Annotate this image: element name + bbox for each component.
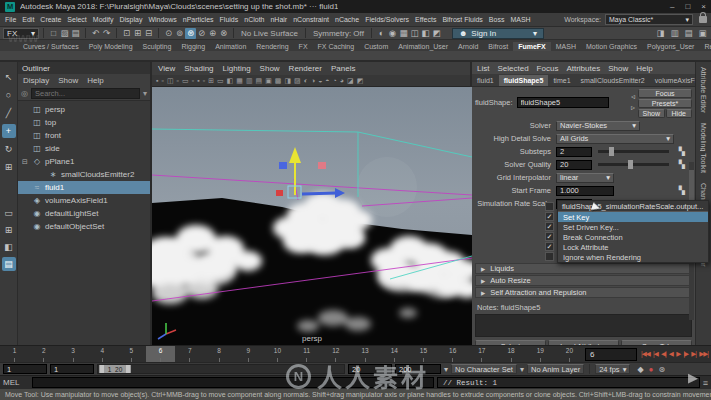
attribute-editor-menu-item[interactable]: Help bbox=[636, 64, 652, 73]
high-detail-solve-dropdown[interactable]: All Grids ▾ bbox=[556, 134, 674, 144]
go-to-start-button[interactable]: |◀◀ bbox=[641, 350, 650, 358]
safe-title-icon[interactable]: ▣ bbox=[265, 77, 272, 85]
make-live-icon[interactable]: ⊗ bbox=[218, 28, 229, 39]
menu-item[interactable]: Boss bbox=[488, 15, 506, 24]
shelf-tab[interactable]: RealFlow bbox=[699, 42, 711, 51]
substeps-slider[interactable] bbox=[598, 150, 669, 153]
snap-to-grids-icon[interactable]: ⊙ bbox=[163, 28, 174, 39]
four-pane-layout-button[interactable]: ⊞ bbox=[2, 223, 16, 237]
shaded-icon[interactable]: ◨ bbox=[284, 77, 291, 85]
sidebar-tab[interactable]: Attribute Editor bbox=[700, 67, 707, 113]
xray-icon[interactable]: ◩ bbox=[357, 77, 364, 85]
context-menu-item[interactable]: Lock Attribute bbox=[558, 242, 708, 252]
frame-cell[interactable]: 1 bbox=[0, 346, 29, 362]
context-menu-item[interactable]: Ignore when Rendering bbox=[558, 252, 708, 262]
show-button[interactable]: Show bbox=[638, 109, 665, 118]
shadows-icon[interactable]: ◑ bbox=[311, 77, 315, 84]
lock-workspace-icon[interactable] bbox=[699, 16, 707, 23]
frame-cell[interactable]: 15 bbox=[409, 346, 438, 362]
outliner-item[interactable]: ◉ defaultObjectSet bbox=[18, 220, 150, 233]
lasso-select-tool[interactable]: ○ bbox=[2, 88, 16, 102]
menu-set-dropdown[interactable]: FX ▾ bbox=[3, 28, 39, 39]
shelf-tab[interactable]: FumeFX bbox=[513, 42, 551, 51]
camera-attributes-icon[interactable]: ◫ bbox=[167, 77, 174, 85]
slider-handle[interactable] bbox=[609, 147, 614, 156]
step-back-frame-button[interactable]: |◀ bbox=[653, 350, 658, 358]
menu-item[interactable]: nParticles bbox=[182, 15, 215, 24]
current-frame-field[interactable]: 6 bbox=[585, 348, 637, 361]
shelf-tab[interactable]: Motion Graphics bbox=[581, 42, 642, 51]
command-language-label[interactable]: MEL bbox=[3, 378, 29, 387]
outliner-item[interactable]: ◫ side bbox=[18, 142, 150, 155]
script-editor-icon[interactable]: ≡ bbox=[703, 378, 708, 388]
move-tool[interactable]: + bbox=[2, 124, 16, 138]
outliner-menu-item[interactable]: Help bbox=[87, 76, 103, 85]
shelf-tab[interactable]: Curves / Surfaces bbox=[18, 42, 84, 51]
range-end-handle[interactable] bbox=[126, 365, 130, 373]
new-scene-icon[interactable]: □ bbox=[48, 28, 59, 39]
hypershade-icon[interactable]: ◫ bbox=[409, 28, 420, 39]
texture-map-icon[interactable]: ▚ bbox=[679, 160, 685, 169]
texture-map-icon[interactable]: ▚ bbox=[679, 186, 685, 195]
fps-dropdown[interactable]: 24 fps ▾ bbox=[595, 364, 630, 374]
select-camera-icon[interactable]: ▪ bbox=[156, 77, 158, 84]
shelf-tab[interactable]: MASH bbox=[551, 42, 581, 51]
outliner-item[interactable]: ◫ persp bbox=[18, 103, 150, 116]
shelf-content[interactable] bbox=[0, 51, 711, 62]
auto-keyframe-icon[interactable]: ● bbox=[649, 365, 654, 374]
save-scene-icon[interactable]: ▤ bbox=[70, 28, 81, 39]
frame-cell[interactable]: 18 bbox=[496, 346, 525, 362]
checkbox[interactable]: ✓ bbox=[545, 212, 554, 221]
viewport-menu-item[interactable]: View bbox=[158, 64, 175, 73]
frame-cell[interactable]: 7 bbox=[175, 346, 204, 362]
frame-cell[interactable]: 19 bbox=[526, 346, 555, 362]
resolution-gate-icon[interactable]: ◧ bbox=[227, 77, 234, 85]
step-back-key-button[interactable]: ◀| bbox=[661, 350, 666, 358]
focus-button[interactable]: Focus bbox=[638, 89, 692, 98]
set-key-icon[interactable]: ◆ bbox=[637, 365, 643, 374]
checkbox[interactable] bbox=[545, 202, 554, 211]
context-menu-item[interactable]: Break Connection bbox=[558, 232, 708, 242]
snap-to-curves-icon[interactable]: ⊚ bbox=[174, 28, 185, 39]
checkbox[interactable] bbox=[545, 252, 554, 261]
node-tab[interactable]: time1 bbox=[548, 75, 575, 86]
motion-blur-icon[interactable]: ◓ bbox=[325, 77, 329, 84]
shelf-tab[interactable]: Bifrost bbox=[483, 42, 513, 51]
frame-cell[interactable]: 9 bbox=[234, 346, 263, 362]
show-inputs-icon[interactable]: ◃ bbox=[631, 92, 635, 101]
persp-outliner-layout-button[interactable]: ◧ bbox=[2, 240, 16, 254]
menu-item[interactable]: Fluids bbox=[219, 15, 240, 24]
toggle-modeling-toolkit-icon[interactable]: ◨ bbox=[655, 28, 666, 39]
attribute-editor-menu-item[interactable]: Attributes bbox=[566, 64, 600, 73]
show-outputs-icon[interactable]: ▹ bbox=[631, 103, 635, 112]
snap-to-projected-center-icon[interactable]: ⊘ bbox=[196, 28, 207, 39]
outliner-item[interactable]: ◫ front bbox=[18, 129, 150, 142]
grid-toggle-icon[interactable]: ⊞ bbox=[208, 77, 214, 85]
chevron-down-icon[interactable]: ▾ bbox=[520, 365, 524, 374]
bookmark-icon[interactable]: ▫ bbox=[177, 77, 179, 84]
chevron-down-icon[interactable]: ▾ bbox=[143, 89, 147, 98]
frame-cell[interactable]: 3 bbox=[58, 346, 87, 362]
shelf-tab[interactable]: Animation bbox=[210, 42, 251, 51]
slider-handle[interactable] bbox=[628, 160, 633, 169]
sidebar-tab[interactable]: Modeling Toolkit bbox=[700, 123, 707, 173]
shelf-tab[interactable]: Animation_User bbox=[393, 42, 453, 51]
play-forwards-button[interactable]: ▶ bbox=[676, 350, 680, 358]
shelf-tab[interactable]: Custom bbox=[359, 42, 393, 51]
shelf-tab[interactable]: Polygons_User bbox=[642, 42, 699, 51]
scale-tool[interactable]: ⊞ bbox=[2, 160, 16, 174]
menu-item[interactable]: Display bbox=[118, 15, 143, 24]
shelf-tab[interactable]: Sculpting bbox=[138, 42, 177, 51]
menu-item[interactable]: Select bbox=[66, 15, 87, 24]
context-menu-item[interactable]: Set Driven Key... bbox=[558, 222, 708, 232]
section-header[interactable]: ▶ Self Attraction and Repulsion bbox=[475, 287, 692, 298]
depth-of-field-icon[interactable]: ◕ bbox=[340, 77, 344, 84]
range-start-handle[interactable] bbox=[100, 365, 104, 373]
multisampling-icon[interactable]: ◔ bbox=[333, 77, 337, 84]
outliner-item[interactable]: ◈ volumeAxisField1 bbox=[18, 194, 150, 207]
toggle-tool-settings-icon[interactable]: ▤ bbox=[683, 28, 694, 39]
start-frame-field[interactable]: 1.000 bbox=[556, 186, 614, 196]
paint-select-tool[interactable]: ╱ bbox=[2, 106, 16, 120]
viewport-canvas[interactable]: persp bbox=[152, 87, 472, 345]
safe-action-icon[interactable]: ▤ bbox=[256, 77, 263, 85]
